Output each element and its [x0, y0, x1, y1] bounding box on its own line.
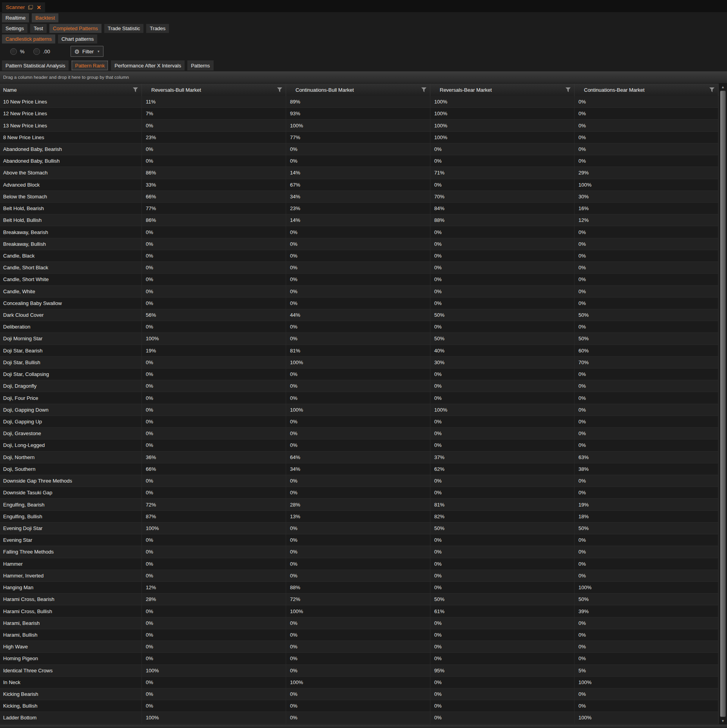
table-row[interactable]: Dark Cloud Cover56%44%50%50%: [0, 309, 718, 321]
percent-cell: 0%: [286, 629, 430, 641]
table-row[interactable]: Downside Gap Three Methods0%0%0%0%: [0, 475, 718, 487]
close-icon[interactable]: ✕: [36, 5, 41, 10]
table-row[interactable]: Doji, Gapping Up0%0%0%0%: [0, 416, 718, 428]
filter-funnel-icon[interactable]: [709, 87, 714, 92]
table-row[interactable]: Abandoned Baby, Bullish0%0%0%0%: [0, 155, 718, 167]
column-header-continuations-bear[interactable]: Continuations-Bear Market: [575, 84, 718, 96]
table-row[interactable]: Doji Star, Bearish19%81%40%60%: [0, 345, 718, 357]
column-header-name[interactable]: Name: [0, 84, 142, 96]
table-row[interactable]: 12 New Price Lines7%93%100%0%: [0, 108, 718, 120]
table-row[interactable]: Below the Stomach66%34%70%30%: [0, 191, 718, 203]
percent-cell: 93%: [286, 108, 430, 119]
table-row[interactable]: Engulfing, Bullish87%13%82%18%: [0, 511, 718, 523]
group-by-drop-zone[interactable]: Drag a column header and drop it here to…: [0, 71, 727, 84]
decimal-radio[interactable]: [33, 48, 40, 55]
table-row[interactable]: Doji, Gravestone0%0%0%0%: [0, 428, 718, 439]
column-header-reversals-bull[interactable]: Reversals-Bull Market: [142, 84, 286, 96]
table-row[interactable]: Harami, Bearish0%0%0%0%: [0, 617, 718, 629]
tab-performance-after-x-intervals[interactable]: Performance After X Intervals: [111, 60, 185, 71]
filter-funnel-icon[interactable]: [277, 87, 282, 92]
table-row[interactable]: Harami, Bullish0%0%0%0%: [0, 629, 718, 641]
table-row[interactable]: Doji, Southern66%34%62%38%: [0, 463, 718, 475]
table-row[interactable]: Concealing Baby Swallow0%0%0%0%: [0, 298, 718, 309]
scroll-down-icon[interactable]: ▼: [719, 717, 727, 724]
table-row[interactable]: Ladder Bottom100%0%0%100%: [0, 712, 718, 724]
table-row[interactable]: Harami Cross, Bullish0%100%61%39%: [0, 605, 718, 617]
table-row[interactable]: Belt Hold, Bearish77%23%84%16%: [0, 203, 718, 214]
percent-cell: 28%: [142, 594, 286, 605]
table-row[interactable]: Advanced Block33%67%0%100%: [0, 179, 718, 191]
filter-funnel-icon[interactable]: [566, 87, 571, 92]
percent-cell: 44%: [286, 309, 430, 321]
table-row[interactable]: Engulfing, Bearish72%28%81%19%: [0, 499, 718, 510]
table-row[interactable]: Abandoned Baby, Bearish0%0%0%0%: [0, 143, 718, 155]
filter-button[interactable]: ⚙ Filter ▾: [71, 46, 103, 57]
table-row[interactable]: Doji, Northern36%64%37%63%: [0, 452, 718, 463]
table-row[interactable]: Downside Tasuki Gap0%0%0%0%: [0, 487, 718, 499]
table-row[interactable]: Belt Hold, Bullish86%14%88%12%: [0, 214, 718, 226]
scrollbar-thumb[interactable]: [720, 91, 726, 717]
table-row[interactable]: Breakaway, Bearish0%0%0%0%: [0, 226, 718, 238]
tab-trade-statistic[interactable]: Trade Statistic: [104, 24, 144, 33]
table-row[interactable]: 10 New Price Lines11%89%100%0%: [0, 96, 718, 108]
percent-cell: 0%: [430, 558, 575, 570]
percent-cell: 0%: [286, 475, 430, 487]
table-row[interactable]: Doji Star, Bullish0%100%30%70%: [0, 357, 718, 369]
table-row[interactable]: Hammer0%0%0%0%: [0, 558, 718, 570]
table-row[interactable]: Breakaway, Bullish0%0%0%0%: [0, 238, 718, 250]
tab-test[interactable]: Test: [30, 24, 47, 33]
pattern-name-cell: Belt Hold, Bearish: [0, 203, 142, 214]
tab-patterns[interactable]: Patterns: [187, 60, 213, 71]
table-row[interactable]: Harami Cross, Bearish28%72%50%50%: [0, 594, 718, 605]
table-row[interactable]: Doji Morning Star100%0%50%50%: [0, 333, 718, 345]
table-row[interactable]: Hanging Man12%88%0%100%: [0, 582, 718, 594]
table-row[interactable]: Homing Pigeon0%0%0%0%: [0, 653, 718, 664]
table-row[interactable]: Candle, Short Black0%0%0%0%: [0, 262, 718, 274]
percent-radio[interactable]: [10, 48, 17, 55]
percent-cell: 67%: [286, 179, 430, 191]
table-row[interactable]: 8 New Price Lines23%77%100%0%: [0, 132, 718, 143]
tab-realtime[interactable]: Realtime: [2, 13, 29, 22]
table-row[interactable]: High Wave0%0%0%0%: [0, 641, 718, 653]
table-row[interactable]: Hammer, Inverted0%0%0%0%: [0, 570, 718, 582]
column-header-continuations-bull[interactable]: Continuations-Bull Market: [286, 84, 430, 96]
table-row[interactable]: Doji, Long-Legged0%0%0%0%: [0, 439, 718, 451]
table-row[interactable]: Deliberation0%0%0%0%: [0, 321, 718, 333]
pattern-name-cell: Downside Tasuki Gap: [0, 487, 142, 498]
tab-pattern-rank[interactable]: Pattern Rank: [71, 60, 108, 71]
percent-cell: 0%: [286, 428, 430, 439]
tab-backtest[interactable]: Backtest: [32, 13, 58, 22]
table-row[interactable]: Identical Three Crows100%0%95%5%: [0, 665, 718, 677]
table-row[interactable]: Candle, Short White0%0%0%0%: [0, 274, 718, 285]
percent-cell: 0%: [575, 250, 718, 261]
table-row[interactable]: Doji, Gapping Down0%100%100%0%: [0, 404, 718, 416]
tab-scanner[interactable]: Scanner ✕: [2, 2, 45, 12]
table-row[interactable]: 13 New Price Lines0%100%100%0%: [0, 120, 718, 131]
table-row[interactable]: Doji, Dragonfly0%0%0%0%: [0, 380, 718, 392]
table-row[interactable]: Falling Three Methods0%0%0%0%: [0, 546, 718, 558]
table-row[interactable]: Above the Stomach86%14%71%29%: [0, 167, 718, 179]
table-row[interactable]: Doji, Four Price0%0%0%0%: [0, 392, 718, 404]
tab-candlestick-patterns[interactable]: Candlestick patterns: [2, 34, 55, 44]
pattern-name-cell: Doji, Four Price: [0, 392, 142, 403]
table-row[interactable]: Candle, White0%0%0%0%: [0, 286, 718, 298]
table-row[interactable]: Doji Star, Collapsing0%0%0%0%: [0, 369, 718, 380]
column-header-reversals-bear[interactable]: Reversals-Bear Market: [430, 84, 575, 96]
table-row[interactable]: Kicking, Bullish0%0%0%0%: [0, 700, 718, 712]
table-row[interactable]: Kicking Bearish0%0%0%0%: [0, 688, 718, 700]
tab-completed-patterns[interactable]: Completed Patterns: [49, 24, 102, 33]
restore-window-icon[interactable]: [28, 5, 33, 9]
tab-trades[interactable]: Trades: [146, 24, 169, 33]
table-row[interactable]: Evening Star0%0%0%0%: [0, 534, 718, 546]
table-row[interactable]: Evening Doji Star100%0%50%50%: [0, 523, 718, 534]
scroll-up-icon[interactable]: ▲: [719, 84, 727, 90]
tab-chart-patterns[interactable]: Chart patterns: [58, 34, 97, 44]
table-row[interactable]: Candle, Black0%0%0%0%: [0, 250, 718, 262]
filter-funnel-icon[interactable]: [133, 87, 138, 92]
table-row[interactable]: In Neck0%100%0%100%: [0, 677, 718, 688]
tab-pattern-statistical-analysis[interactable]: Pattern Statistical Analysis: [2, 60, 69, 71]
vertical-scrollbar[interactable]: ▲ ▼: [718, 84, 727, 724]
percent-cell: 0%: [286, 653, 430, 664]
tab-settings[interactable]: Settings: [2, 24, 27, 33]
filter-funnel-icon[interactable]: [421, 87, 426, 92]
